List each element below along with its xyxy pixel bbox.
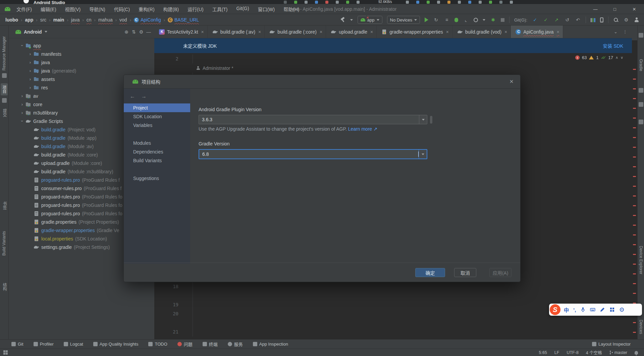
agp-version-input[interactable] — [199, 117, 419, 122]
tray-icon[interactable] — [325, 1, 328, 4]
stripe-device-explorer[interactable]: Device Explorer — [639, 246, 643, 274]
translate-icon[interactable] — [639, 120, 643, 124]
editor-tab[interactable]: build.gradle (:core) × — [265, 26, 326, 38]
restart-icon[interactable]: ↻ — [433, 17, 439, 23]
dialog-nav-item[interactable]: Modules — [124, 139, 190, 147]
dialog-nav-item[interactable]: Project — [124, 103, 190, 112]
next-error-icon[interactable]: ∨ — [621, 55, 623, 60]
tab-close-icon[interactable]: × — [557, 29, 559, 35]
tree-row[interactable]: java (generated) — [9, 66, 154, 75]
error-stripe-mark[interactable] — [633, 205, 636, 206]
tray-icon[interactable] — [447, 1, 450, 4]
tray-icon[interactable] — [427, 1, 430, 4]
breadcrumb-item[interactable]: C java — [64, 17, 79, 23]
error-stripe-mark[interactable] — [633, 195, 636, 196]
layers-icon[interactable] — [639, 88, 643, 93]
breadcrumb-item[interactable]: C luobo — [5, 17, 18, 23]
menu-item[interactable]: Git(G) — [236, 6, 249, 12]
tool-window-button[interactable]: App Inspection — [253, 341, 288, 347]
stop-button[interactable] — [501, 18, 504, 22]
attach-debugger-icon[interactable]: ⌞ — [463, 17, 469, 23]
git-rollback-icon[interactable]: ↶ — [575, 17, 581, 23]
project-view-selector[interactable]: Android — [24, 29, 42, 35]
tray-icon[interactable] — [294, 1, 297, 4]
breadcrumb-item[interactable]: C app — [18, 17, 33, 23]
keyboard-icon[interactable] — [590, 307, 595, 312]
tray-icon[interactable] — [499, 1, 502, 4]
editor-tab[interactable]: upload.gradle × — [326, 26, 377, 38]
error-stripe-mark[interactable] — [633, 273, 636, 274]
tool-window-switcher-icon[interactable] — [3, 350, 8, 355]
folder-icon[interactable] — [2, 98, 7, 103]
tree-chevron-icon[interactable] — [19, 110, 25, 115]
tool-window-button[interactable]: Logcat — [64, 341, 83, 347]
dialog-close-icon[interactable]: ✕ — [507, 79, 516, 85]
gradle-version-combobox[interactable] — [199, 149, 427, 159]
handwriting-icon[interactable] — [600, 307, 605, 312]
hidden-tabs-chevron-icon[interactable]: ⌄ — [614, 29, 618, 34]
stripe-bookmarks[interactable]: 书签 — [2, 202, 7, 210]
tray-icon[interactable] — [346, 1, 349, 4]
menu-item[interactable]: 工具(T) — [212, 6, 228, 12]
tab-close-icon[interactable]: × — [201, 29, 204, 35]
code-line[interactable]: 2 个用法 — [154, 291, 619, 300]
error-stripe-mark[interactable] — [633, 186, 636, 187]
menu-item[interactable]: 视图(V) — [65, 6, 81, 12]
breadcrumb-item[interactable]: C main — [46, 17, 64, 23]
layout-inspector-button[interactable]: Layout Inspector — [592, 342, 644, 347]
stripe-build-variants[interactable]: Build Variants — [2, 231, 6, 256]
tray-icon[interactable] — [416, 1, 419, 4]
project-view-dropdown-icon[interactable] — [45, 31, 47, 33]
error-stripe-mark[interactable] — [633, 147, 636, 148]
tray-icon[interactable] — [489, 1, 492, 4]
git-push-icon[interactable]: ↗ — [553, 17, 559, 23]
caret-position[interactable]: 5:65 — [539, 350, 547, 355]
error-stripe-mark[interactable] — [633, 215, 636, 216]
stripe-project[interactable]: 项目 — [1, 83, 8, 95]
tree-row[interactable]: manifests — [9, 50, 154, 58]
apply-button[interactable]: 应用(A) — [489, 268, 512, 277]
build-list-icon[interactable]: ≡ — [444, 17, 450, 23]
error-stripe-mark[interactable] — [633, 157, 636, 158]
tray-icon[interactable] — [284, 1, 287, 4]
error-stripe-mark[interactable] — [633, 283, 636, 284]
tool-window-button[interactable]: Profiler — [34, 341, 54, 347]
tray-icon[interactable] — [437, 1, 440, 4]
error-stripe-mark[interactable] — [633, 254, 636, 255]
code-line[interactable]: 2 — [154, 54, 619, 63]
code-line[interactable]: 21 public static final String getPlayLog… — [154, 327, 619, 337]
tab-close-icon[interactable]: × — [258, 29, 261, 35]
git-branch-widget[interactable]: master — [609, 350, 627, 355]
code-line[interactable]: 2 个用法 — [154, 318, 619, 327]
tray-icon[interactable] — [315, 1, 318, 4]
error-stripe-mark[interactable] — [633, 234, 636, 235]
editor-tab[interactable]: build.gradle (vod) × — [452, 26, 511, 38]
device-monitor-icon[interactable] — [591, 18, 595, 22]
line-separator[interactable]: LF — [554, 350, 559, 355]
tool-window-button[interactable]: 问题 — [177, 341, 193, 347]
error-stripe-mark[interactable] — [633, 225, 636, 226]
tab-close-icon[interactable]: × — [320, 29, 322, 35]
learn-more-link[interactable]: Learn more ↗ — [348, 126, 377, 132]
ime-punctuation-toggle[interactable]: ’, — [573, 307, 576, 313]
tree-row[interactable]: app — [9, 41, 154, 50]
menu-item[interactable]: 构建(B) — [163, 6, 179, 12]
forward-arrow-icon[interactable]: → — [141, 93, 147, 99]
tray-icon[interactable] — [510, 1, 513, 4]
tool-window-button[interactable]: App Quality Insights — [93, 341, 139, 347]
dialog-nav-item[interactable]: Suggestions — [124, 174, 190, 183]
stripe-structure[interactable]: 结构 — [2, 283, 7, 291]
editor-tab[interactable]: ApiConfig.java × — [511, 26, 563, 38]
back-arrow-icon[interactable]: ← — [130, 93, 135, 99]
device-selector[interactable]: No Devices — [387, 16, 420, 24]
breadcrumb-item[interactable]: C mahua — [92, 17, 113, 23]
debug-button[interactable] — [454, 18, 458, 22]
sogou-logo-icon[interactable]: S — [550, 304, 560, 315]
mic-icon[interactable] — [580, 307, 586, 312]
tray-icon[interactable] — [458, 1, 461, 4]
tab-close-icon[interactable]: × — [504, 29, 507, 35]
close-button[interactable]: ✕ — [625, 4, 644, 14]
tree-chevron-icon[interactable] — [27, 77, 34, 82]
structure-icon[interactable] — [2, 73, 7, 78]
gradle-version-input[interactable] — [199, 151, 420, 157]
